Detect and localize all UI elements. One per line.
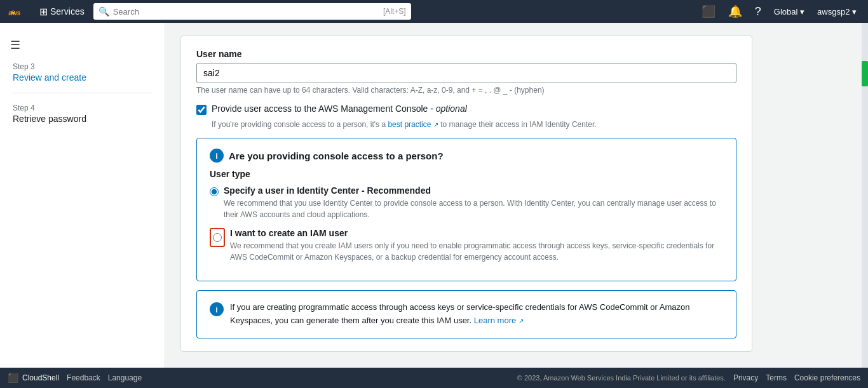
step4-label: Step 4 xyxy=(13,104,152,112)
aws-logo[interactable]: aws xyxy=(8,4,31,19)
services-label: Services xyxy=(50,6,85,17)
content-area: User name The user name can have up to 6… xyxy=(165,23,862,368)
console-access-text: Provide user access to the AWS Managemen… xyxy=(212,104,436,114)
username-hint: The user name can have up to 64 characte… xyxy=(196,86,736,95)
sidebar-step3: Step 3 Review and create xyxy=(0,57,165,88)
programmatic-info-text: If you are creating programmatic access … xyxy=(230,301,723,328)
radio-identity-center: Specify a user in Identity Center - Reco… xyxy=(210,185,723,220)
grid-icon: ⊞ xyxy=(39,6,48,18)
terminal-icon[interactable]: ⬛ xyxy=(698,3,719,20)
optional-text: optional xyxy=(436,104,467,114)
username-label: User name xyxy=(196,49,736,59)
sidebar-divider1 xyxy=(13,93,152,93)
radio-iam-highlight xyxy=(210,228,225,247)
bell-icon[interactable]: 🔔 xyxy=(724,3,746,20)
programmatic-info-card: i If you are creating programmatic acces… xyxy=(196,290,736,338)
radio-identity-center-input[interactable] xyxy=(210,187,219,196)
radio-identity-center-desc: We recommend that you use Identity Cente… xyxy=(224,197,723,220)
radio-iam-user-desc: We recommend that you create IAM users o… xyxy=(230,240,723,263)
sidebar-toggle[interactable]: ☰ xyxy=(0,33,165,57)
radio-iam-user: I want to create an IAM user We recommen… xyxy=(210,228,723,263)
radio-iam-user-label: I want to create an IAM user xyxy=(230,228,723,238)
help-icon[interactable]: ? xyxy=(751,4,765,20)
search-icon: 🔍 xyxy=(98,6,109,17)
info-icon-2: i xyxy=(210,302,224,316)
console-hint: If you're providing console access to a … xyxy=(212,120,736,129)
console-access-label: Provide user access to the AWS Managemen… xyxy=(212,104,467,114)
user-menu[interactable]: awsgsp2 ▾ xyxy=(813,6,860,18)
sidebar: ☰ Step 3 Review and create Step 4 Retrie… xyxy=(0,23,165,368)
sidebar-step4: Step 4 Retrieve password xyxy=(0,98,165,129)
region-selector[interactable]: Global ▾ xyxy=(770,6,808,18)
best-practice-link[interactable]: best practice ↗ xyxy=(388,120,438,129)
learn-more-link[interactable]: Learn more ↗ xyxy=(474,316,524,325)
step3-label: Step 3 xyxy=(13,62,152,71)
info-icon: i xyxy=(210,149,224,163)
info-card-title: i Are you providing console access to a … xyxy=(210,149,723,163)
scrollbar-thumb[interactable] xyxy=(862,61,868,86)
console-access-info-card: i Are you providing console access to a … xyxy=(196,138,736,281)
scrollbar-area xyxy=(862,23,868,368)
username-input[interactable] xyxy=(196,63,736,83)
console-access-checkbox[interactable] xyxy=(196,105,207,115)
radio-iam-user-input[interactable] xyxy=(213,233,222,242)
step3-title: Review and create xyxy=(13,72,152,83)
action-bar: Cancel Next xyxy=(180,362,778,368)
search-shortcut: [Alt+S] xyxy=(383,7,406,16)
user-form-card: User name The user name can have up to 6… xyxy=(180,36,752,352)
search-bar[interactable]: 🔍 [Alt+S] xyxy=(93,3,411,20)
top-navigation: aws ⊞ Services 🔍 [Alt+S] ⬛ 🔔 ? Global ▾ … xyxy=(0,0,868,23)
services-nav[interactable]: ⊞ Services xyxy=(36,6,88,18)
username-field-group: User name The user name can have up to 6… xyxy=(196,49,736,95)
svg-text:aws: aws xyxy=(8,10,20,17)
step4-title: Retrieve password xyxy=(13,114,152,124)
console-access-row: Provide user access to the AWS Managemen… xyxy=(196,104,736,115)
search-input[interactable] xyxy=(113,7,379,17)
radio-identity-center-label: Specify a user in Identity Center - Reco… xyxy=(224,185,723,196)
user-type-label: User type xyxy=(210,169,723,179)
nav-right-actions: ⬛ 🔔 ? Global ▾ awsgsp2 ▾ xyxy=(698,3,860,20)
